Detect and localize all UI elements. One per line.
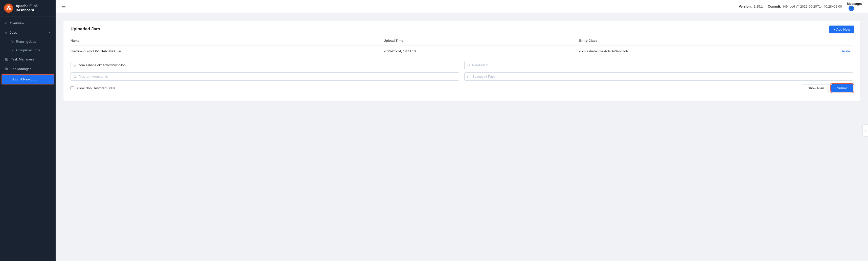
allow-non-restored-text: Allow Non Restored State — [76, 86, 116, 90]
sidebar-item-overview[interactable]: ○ Overview — [0, 19, 56, 28]
allow-non-restored-checkbox[interactable] — [70, 86, 74, 90]
sidebar-item-job-manager[interactable]: ⊕ Job Manager — [0, 64, 56, 74]
submit-button[interactable]: Submit — [831, 84, 853, 92]
running-jobs-icon: ▷ — [11, 39, 14, 44]
overview-icon: ○ — [5, 21, 7, 25]
jar-name: okr-flink-m2m-1.0-SNAPSHOT.jar — [70, 46, 383, 57]
delete-link[interactable]: Delete — [840, 49, 850, 53]
sidebar-header: Apache Flink Dashboard — [0, 0, 56, 17]
sidebar-item-task-managers-label: Task Managers — [11, 57, 34, 61]
right-collapse-arrow[interactable]: › — [862, 124, 868, 137]
app-logo — [4, 3, 13, 13]
app-title: Apache Flink Dashboard — [16, 4, 52, 12]
menu-toggle-icon[interactable]: ☰ — [62, 4, 66, 9]
message-label: Message: — [847, 2, 862, 5]
sidebar-item-overview-label: Overview — [10, 21, 24, 25]
version-label: Version: — [739, 5, 752, 8]
form-actions: Allow Non Restored State Show Plan Submi… — [70, 84, 853, 93]
sidebar-item-running-jobs[interactable]: ▷ Running Jobs — [0, 37, 56, 46]
col-header-name: Name — [70, 37, 383, 46]
svg-point-2 — [8, 5, 10, 8]
savepoint-path-field-wrapper: ◫ — [464, 72, 853, 81]
jar-action-cell: Delete — [814, 46, 853, 57]
jobs-expand-arrow: ∧ — [49, 31, 51, 34]
sidebar-item-jobs[interactable]: ≡ Jobs ∧ — [0, 28, 56, 37]
uploaded-jars-card: Uploaded Jars + Add New Name Upload Time… — [63, 20, 860, 102]
form-grid: ⚇ ↺ ⚙ — [70, 61, 853, 81]
sidebar-item-job-manager-label: Job Manager — [11, 67, 31, 71]
jar-form-cell: ⚇ ↺ ⚙ — [70, 57, 853, 95]
entry-class-field-wrapper: ⚇ — [70, 61, 459, 69]
parallelism-icon: ↺ — [467, 63, 470, 67]
entry-class-icon: ⚇ — [73, 63, 76, 67]
col-header-action — [814, 37, 853, 46]
entry-class-input[interactable] — [79, 61, 457, 69]
topbar: ☰ Version: 1.15.1 Commit: f494be6 @ 2022… — [56, 0, 868, 13]
version-value: 1.15.1 — [754, 5, 763, 8]
allow-non-restored-label[interactable]: Allow Non Restored State — [70, 86, 116, 90]
sidebar-item-submit-new-job[interactable]: ↑ Submit New Job — [2, 74, 54, 84]
commit-label: Commit: — [768, 5, 781, 8]
topbar-info: Version: 1.15.1 Commit: f494be6 @ 2022-0… — [739, 2, 862, 11]
commit-value: f494be6 @ 2022-06-20T14:40:28+02:00 — [783, 5, 842, 8]
svg-point-3 — [6, 8, 8, 9]
table-row: okr-flink-m2m-1.0-SNAPSHOT.jar 2023-01-1… — [70, 46, 853, 57]
program-args-icon: ⚙ — [73, 75, 76, 79]
message-badge: 0 — [848, 5, 854, 11]
add-new-button[interactable]: + Add New — [829, 26, 854, 33]
sidebar-item-jobs-label: Jobs — [10, 31, 17, 34]
jar-entry-class: com.alibaba.okr.ActivitySyncJob — [579, 46, 814, 57]
job-manager-icon: ⊕ — [5, 66, 8, 71]
main-content: ☰ Version: 1.15.1 Commit: f494be6 @ 2022… — [56, 0, 868, 261]
page-title: Uploaded Jars — [70, 27, 853, 32]
task-managers-icon: ⊞ — [5, 57, 8, 61]
jar-expand-row: ⚇ ↺ ⚙ — [70, 57, 853, 95]
jobs-icon: ≡ — [5, 30, 7, 35]
show-plan-button[interactable]: Show Plan — [803, 84, 829, 92]
col-header-entry: Entry Class — [579, 37, 814, 46]
completed-jobs-icon: ✓ — [11, 48, 14, 52]
version-info: Version: 1.15.1 — [739, 5, 763, 8]
parallelism-input[interactable] — [472, 61, 850, 69]
col-header-upload: Upload Time — [383, 37, 579, 46]
message-info: Message: 0 — [847, 2, 862, 11]
sidebar-item-completed-jobs-label: Completed Jobs — [16, 48, 40, 52]
savepoint-icon: ◫ — [467, 75, 470, 79]
svg-point-4 — [9, 8, 11, 9]
form-action-buttons: Show Plan Submit — [803, 84, 853, 92]
jars-table: Name Upload Time Entry Class okr-flink-m… — [70, 37, 853, 95]
parallelism-field-wrapper: ↺ — [464, 61, 853, 69]
commit-info: Commit: f494be6 @ 2022-06-20T14:40:28+02… — [768, 5, 842, 8]
sidebar-item-running-jobs-label: Running Jobs — [16, 40, 36, 44]
sidebar: Apache Flink Dashboard ○ Overview ≡ Jobs… — [0, 0, 56, 261]
submit-new-job-icon: ↑ — [7, 77, 9, 82]
program-args-field-wrapper: ⚙ — [70, 72, 459, 81]
sidebar-item-task-managers[interactable]: ⊞ Task Managers — [0, 54, 56, 64]
program-arguments-input[interactable] — [79, 72, 457, 80]
jar-upload-time: 2023-01-14, 18:41:59 — [383, 46, 579, 57]
sidebar-nav: ○ Overview ≡ Jobs ∧ ▷ Running Jobs ✓ Com… — [0, 17, 56, 261]
sidebar-item-completed-jobs[interactable]: ✓ Completed Jobs — [0, 46, 56, 54]
savepoint-path-input[interactable] — [472, 72, 850, 80]
sidebar-item-submit-new-job-label: Submit New Job — [12, 78, 36, 81]
page-content: Uploaded Jars + Add New Name Upload Time… — [56, 13, 868, 261]
